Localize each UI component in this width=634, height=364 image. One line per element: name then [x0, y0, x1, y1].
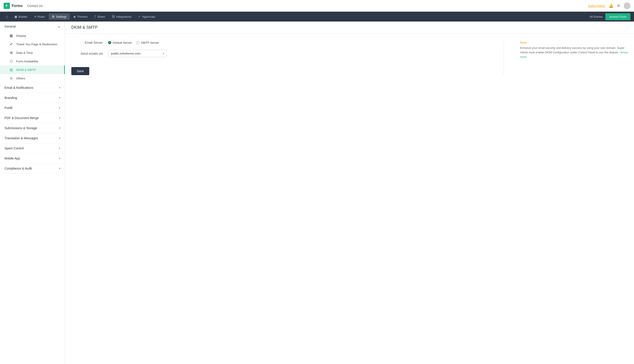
sidebar-section-header-pdf-document[interactable]: PDF & Document Merge▾ — [0, 113, 65, 123]
sidebar-item-others[interactable]: ⊙Others — [0, 74, 65, 82]
sidebar-section-header-general[interactable]: General▲ — [0, 22, 65, 32]
chevron-general-icon: ▲ — [58, 25, 60, 28]
content-body: Email Server Default Server SMTP Server — [65, 34, 634, 82]
settings-icon[interactable]: ⚙ — [617, 4, 620, 8]
sidebar-section-header-translation-messages[interactable]: Translation & Messages▾ — [0, 133, 65, 143]
sidebar-section-label-prefill: Prefill — [4, 106, 12, 110]
sidebar-section-header-submissions-storage[interactable]: Submissions & Storage▾ — [0, 123, 65, 133]
nav-home-icon[interactable]: ⌂ — [4, 13, 10, 20]
sidebar-section-header-spam-control[interactable]: Spam Control▾ — [0, 143, 65, 153]
avatar[interactable] — [624, 2, 630, 9]
chevron-pdf-document-icon: ▾ — [59, 116, 60, 120]
others-label: Others — [16, 77, 25, 80]
chevron-mobile-app-icon: ▾ — [59, 157, 60, 160]
sidebar-section-pdf-document: PDF & Document Merge▾ — [0, 113, 65, 123]
nav-item-share[interactable]: ⤴Share — [91, 14, 108, 20]
chevron-prefill-icon: ▾ — [59, 106, 60, 110]
sidebar-section-prefill: Prefill▾ — [0, 103, 65, 113]
others-icon: ⊙ — [9, 76, 14, 80]
chevron-spam-control-icon: ▾ — [59, 147, 60, 150]
thankyou-label: Thank You Page & Redirection — [16, 42, 58, 46]
display-label: Display — [16, 34, 26, 38]
note-text-content: Enhance your email security and delivery… — [520, 46, 624, 54]
sidebar-sections: General▲▦Display✔Thank You Page & Redire… — [0, 22, 65, 174]
form-availability-label: Form Availability — [16, 60, 38, 63]
sidebar-item-datetime[interactable]: ⊞Date & Time — [0, 48, 65, 57]
access-form-button[interactable]: Access Form — [605, 13, 630, 20]
sidebar-section-header-prefill[interactable]: Prefill▾ — [0, 103, 65, 113]
chevron-translation-messages-icon: ▾ — [59, 136, 60, 140]
nav-item-approvals[interactable]: ✓Approvals — [135, 14, 158, 20]
rules-nav-icon: ≡ — [34, 15, 36, 18]
default-server-radio[interactable] — [108, 41, 111, 44]
send-emails-label: Send emails via — [71, 52, 103, 56]
sidebar-section-label-branding: Branding — [4, 96, 17, 100]
nav-item-themes[interactable]: ◈Themes — [70, 14, 91, 20]
sidebar-section-spam-control: Spam Control▾ — [0, 143, 65, 154]
approvals-nav-label: Approvals — [142, 15, 155, 18]
sidebar-section-label-spam-control: Spam Control — [4, 146, 24, 150]
form-name: Contact Us — [27, 4, 42, 8]
send-emails-select-wrapper: public.zohoforms.com ▾ — [108, 50, 166, 57]
settings-nav-icon: ⚙ — [52, 15, 55, 18]
form-note-layout: Email Server Default Server SMTP Server — [71, 41, 628, 75]
save-button[interactable]: Save — [71, 67, 89, 75]
form-inputs: Email Server Default Server SMTP Server — [71, 41, 496, 75]
send-emails-row: Send emails via public.zohoforms.com ▾ — [71, 50, 496, 57]
sidebar-section-translation-messages: Translation & Messages▾ — [0, 133, 65, 143]
default-server-option[interactable]: Default Server — [108, 41, 132, 44]
thankyou-icon: ✔ — [9, 42, 14, 46]
sidebar-section-email-notifications: Email & Notifications▾ — [0, 83, 65, 93]
display-icon: ▦ — [9, 34, 14, 38]
sidebar-section-header-compliance-audit[interactable]: Compliance & Audit▾ — [0, 164, 65, 173]
sidebar-section-label-submissions-storage: Submissions & Storage — [4, 126, 37, 130]
nav-item-builder[interactable]: ▣Builder — [11, 14, 31, 20]
builder-nav-label: Builder — [18, 15, 28, 18]
datetime-label: Date & Time — [16, 51, 33, 54]
smtp-server-radio[interactable] — [136, 41, 140, 44]
sidebar-item-display[interactable]: ▦Display — [0, 32, 65, 40]
nav-item-integrations[interactable]: ⛓Integrations — [108, 14, 134, 20]
nav-bar: ⌂ ▣Builder≡Rules⚙Settings◈Themes⤴Share⛓I… — [0, 12, 634, 22]
top-bar-right: Subscription 🔔 ⚙ — [588, 2, 630, 9]
share-nav-icon: ⤴ — [94, 15, 96, 18]
nav-item-settings[interactable]: ⚙Settings — [49, 14, 70, 20]
radio-group: Default Server SMTP Server — [108, 41, 159, 44]
note-box: Note : Enhance your email security and d… — [520, 41, 628, 59]
sidebar-item-thankyou[interactable]: ✔Thank You Page & Redirection — [0, 40, 65, 48]
logo-icon: F — [4, 3, 10, 9]
page-title: DKIM & SMTP — [65, 22, 634, 34]
rules-nav-label: Rules — [38, 15, 45, 18]
email-server-row: Email Server Default Server SMTP Server — [71, 41, 496, 44]
nav-item-rules[interactable]: ≡Rules — [31, 14, 48, 20]
sidebar-section-header-email-notifications[interactable]: Email & Notifications▾ — [0, 83, 65, 93]
themes-nav-label: Themes — [77, 15, 88, 18]
smtp-server-label: SMTP Server — [141, 41, 159, 44]
smtp-server-option[interactable]: SMTP Server — [136, 41, 159, 44]
integrations-nav-icon: ⛓ — [112, 15, 115, 18]
all-entries-link[interactable]: All Entries — [590, 15, 603, 18]
send-emails-select[interactable]: public.zohoforms.com — [108, 50, 166, 57]
sidebar-section-label-compliance-audit: Compliance & Audit — [4, 167, 32, 170]
subscription-link[interactable]: Subscription — [588, 4, 605, 8]
sidebar-section-header-mobile-app[interactable]: Mobile App▾ — [0, 154, 65, 163]
sidebar-section-mobile-app: Mobile App▾ — [0, 154, 65, 164]
sidebar-section-label-email-notifications: Email & Notifications — [4, 86, 33, 90]
sidebar-section-label-translation-messages: Translation & Messages — [4, 136, 38, 140]
sidebar-section-header-branding[interactable]: Branding▾ — [0, 93, 65, 103]
sidebar-item-dkim-smtp[interactable]: ▤DKIM & SMTP — [0, 66, 65, 74]
chevron-submissions-storage-icon: ▾ — [59, 126, 60, 130]
settings-nav-label: Settings — [56, 15, 66, 18]
note-title: Note : — [520, 41, 628, 44]
dkim-smtp-label: DKIM & SMTP — [16, 68, 36, 72]
notifications-icon[interactable]: 🔔 — [609, 4, 613, 8]
sidebar-section-label-pdf-document: PDF & Document Merge — [4, 116, 39, 120]
sidebar-items-general: ▦Display✔Thank You Page & Redirection⊞Da… — [0, 32, 65, 82]
sidebar-item-form-availability[interactable]: ⬡Form Availability — [0, 57, 65, 66]
themes-nav-icon: ◈ — [73, 15, 76, 18]
sidebar-section-submissions-storage: Submissions & Storage▾ — [0, 123, 65, 133]
sidebar: General▲▦Display✔Thank You Page & Redire… — [0, 22, 65, 364]
approvals-nav-icon: ✓ — [138, 15, 141, 18]
note-divider — [504, 41, 504, 75]
form-availability-icon: ⬡ — [9, 59, 14, 63]
